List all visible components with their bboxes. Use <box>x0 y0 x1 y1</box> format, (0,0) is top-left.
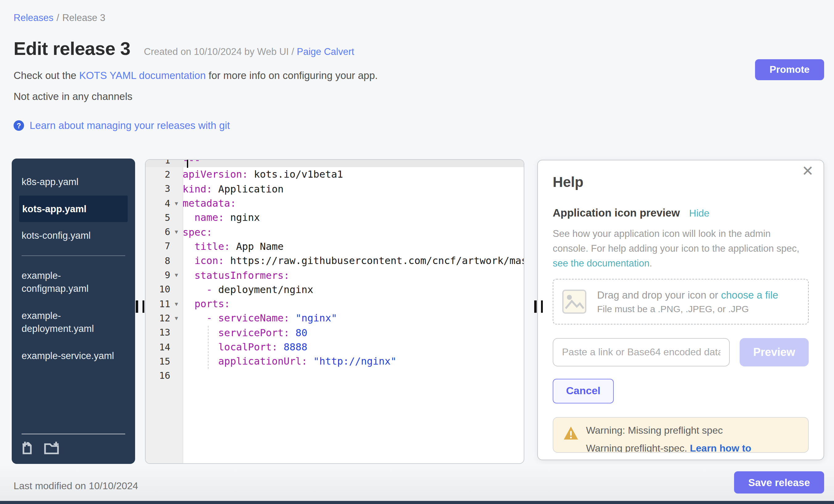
editor-line: 4▼metadata: <box>146 196 524 211</box>
created-meta: Created on 10/10/2024 by Web UI / Paige … <box>144 46 354 57</box>
code-text: icon: https://raw.githubusercontent.com/… <box>182 255 524 266</box>
line-number: 15 <box>146 356 170 367</box>
warning-text: Warning: Missing preflight spec Warning … <box>586 425 798 445</box>
editor-line: 16 <box>146 369 524 383</box>
line-number: 9 <box>146 269 170 281</box>
page-title: Edit release 3 <box>14 38 130 59</box>
page: Releases/Release 3 Edit release 3 Create… <box>0 0 834 504</box>
breadcrumb-current: Release 3 <box>62 12 106 23</box>
code-text: statusInformers: <box>182 269 524 281</box>
image-placeholder-icon <box>562 289 587 314</box>
line-number: 2 <box>146 169 170 180</box>
docs-line: Check out the KOTS YAML documentation fo… <box>14 70 820 82</box>
hide-link[interactable]: Hide <box>689 208 709 219</box>
fold-arrow-icon[interactable]: ▼ <box>170 200 182 206</box>
code-text: metadata: <box>182 197 524 209</box>
editor-line: 11▼ ports: <box>146 297 524 311</box>
file-tree-item[interactable]: kots-app.yaml <box>19 195 128 222</box>
editor-line: 7 title: App Name <box>146 239 524 254</box>
icon-preview-section-header: Application icon preview Hide <box>553 207 809 220</box>
docs-text-before: Check out the <box>14 70 79 81</box>
code-text: - deployment/nginx <box>182 284 524 295</box>
file-tree-item[interactable]: example- deployment.yaml <box>12 302 135 342</box>
file-tree: k8s-app.yamlkots-app.yamlkots-config.yam… <box>12 158 135 434</box>
created-text: Created on 10/10/2024 by Web UI / <box>144 46 297 57</box>
file-sidebar: k8s-app.yamlkots-app.yamlkots-config.yam… <box>12 158 135 464</box>
warning-line2: Warning preflight-spec. Learn how to con… <box>586 443 798 453</box>
channel-status: Not active in any channels <box>14 91 820 103</box>
code-text: - serviceName: "nginx" <box>182 312 524 324</box>
author-link[interactable]: Paige Calvert <box>297 46 354 57</box>
dropzone-text: Drag and drop your icon or choose a file… <box>597 289 778 314</box>
editor-line: 5 name: nginx <box>146 210 524 225</box>
editor-line: 15 applicationUrl: "http://nginx" <box>146 354 524 369</box>
close-icon[interactable]: ✕ <box>802 164 814 178</box>
new-folder-icon[interactable] <box>44 440 60 455</box>
yaml-editor[interactable]: 1---2apiVersion: kots.io/v1beta13kind: A… <box>145 159 524 464</box>
fold-arrow-icon[interactable]: ▼ <box>170 229 182 235</box>
footer: Last modified on 10/10/2024 Save release <box>0 464 834 504</box>
line-number: 1 <box>146 159 170 166</box>
icon-preview-description: See how your application icon will look … <box>553 226 809 271</box>
code-text: --- <box>182 159 524 166</box>
workspace: k8s-app.yamlkots-app.yamlkots-config.yam… <box>0 158 834 465</box>
git-help-row: ? Learn about managing your releases wit… <box>14 120 820 131</box>
help-resize-handle[interactable] <box>534 301 543 313</box>
editor-line: 3kind: Application <box>146 182 524 196</box>
editor-line: 12▼ - serviceName: "nginx" <box>146 311 524 326</box>
line-number: 4 <box>146 198 170 209</box>
breadcrumb: Releases/Release 3 <box>14 12 820 23</box>
line-number: 13 <box>146 327 170 338</box>
editor-line: 13 servicePort: 80 <box>146 325 524 340</box>
warning-line1: Warning: Missing preflight spec <box>586 425 798 436</box>
desc-text: See how your application icon will look … <box>553 228 799 254</box>
fold-arrow-icon[interactable]: ▼ <box>170 272 182 278</box>
editor-cursor <box>187 160 188 168</box>
fold-arrow-icon[interactable]: ▼ <box>170 301 182 307</box>
last-modified-text: Last modified on 10/10/2024 <box>14 481 138 492</box>
code-text: localPort: 8888 <box>182 341 524 353</box>
promote-button[interactable]: Promote <box>755 59 824 80</box>
code-text: title: App Name <box>182 241 524 252</box>
kots-yaml-docs-link[interactable]: KOTS YAML documentation <box>79 70 206 81</box>
help-title: Help <box>553 174 809 191</box>
help-panel: ✕ Help Application icon preview Hide See… <box>537 160 824 460</box>
sidebar-resize-handle[interactable] <box>136 301 144 313</box>
icon-dropzone[interactable]: Drag and drop your icon or choose a file… <box>553 279 809 325</box>
code-text: servicePort: 80 <box>182 327 524 338</box>
editor-line: 9▼ statusInformers: <box>146 268 524 283</box>
file-type-rule: File must be a .PNG, .JPEG, or .JPG <box>597 304 778 314</box>
file-tree-divider <box>22 255 125 256</box>
line-number: 6 <box>146 226 170 238</box>
file-tree-item[interactable]: k8s-app.yaml <box>12 169 135 195</box>
title-row: Edit release 3 Created on 10/10/2024 by … <box>14 38 820 59</box>
preview-button[interactable]: Preview <box>740 338 809 367</box>
file-tree-item[interactable]: example- configmap.yaml <box>12 262 135 302</box>
editor-line: 14 localPort: 8888 <box>146 340 524 354</box>
code-text: spec: <box>182 226 524 238</box>
docs-text-after: for more info on configuring your app. <box>206 70 378 81</box>
fold-arrow-icon[interactable]: ▼ <box>170 315 182 322</box>
bottom-nav-strip <box>0 501 834 504</box>
line-number: 10 <box>146 284 170 295</box>
breadcrumb-separator: / <box>57 12 59 23</box>
breadcrumb-releases-link[interactable]: Releases <box>14 12 53 23</box>
line-number: 8 <box>146 255 170 266</box>
git-releases-link[interactable]: Learn about managing your releases with … <box>29 120 230 131</box>
code-text: name: nginx <box>182 212 524 224</box>
editor-line: 2apiVersion: kots.io/v1beta1 <box>146 168 524 182</box>
new-file-icon[interactable] <box>22 440 35 455</box>
editor-line: 6▼spec: <box>146 225 524 239</box>
choose-file-link[interactable]: choose a file <box>721 289 778 301</box>
warning-line2-text: Warning preflight-spec. <box>586 443 690 453</box>
icon-url-row: Preview <box>553 338 809 367</box>
sidebar-actions <box>22 434 125 464</box>
icon-url-input[interactable] <box>553 338 730 367</box>
code-text: ports: <box>182 298 524 310</box>
file-tree-item[interactable]: kots-config.yaml <box>12 222 135 249</box>
see-documentation-link[interactable]: see the documentation <box>553 258 650 268</box>
cancel-button[interactable]: Cancel <box>553 379 614 403</box>
editor-lines: 1---2apiVersion: kots.io/v1beta13kind: A… <box>146 159 524 383</box>
save-release-button[interactable]: Save release <box>734 471 824 494</box>
file-tree-item[interactable]: example-service.yaml <box>12 342 135 369</box>
